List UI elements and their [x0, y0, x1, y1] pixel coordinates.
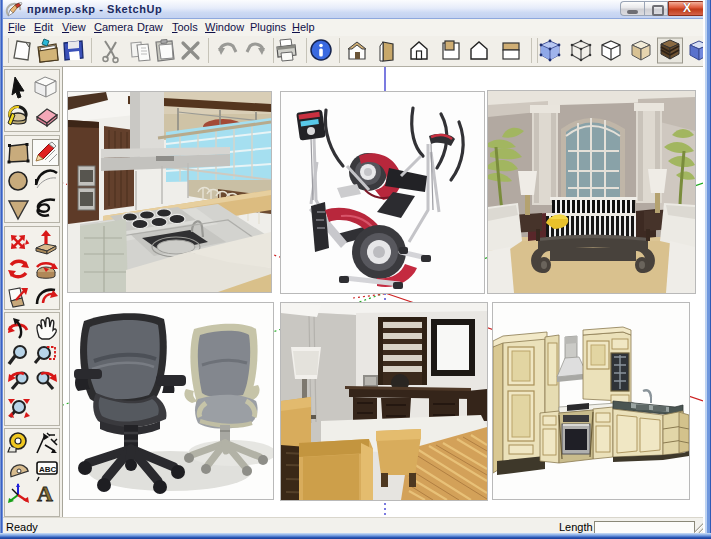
- svg-text:ABC: ABC: [39, 465, 57, 474]
- svg-text:A: A: [37, 481, 53, 506]
